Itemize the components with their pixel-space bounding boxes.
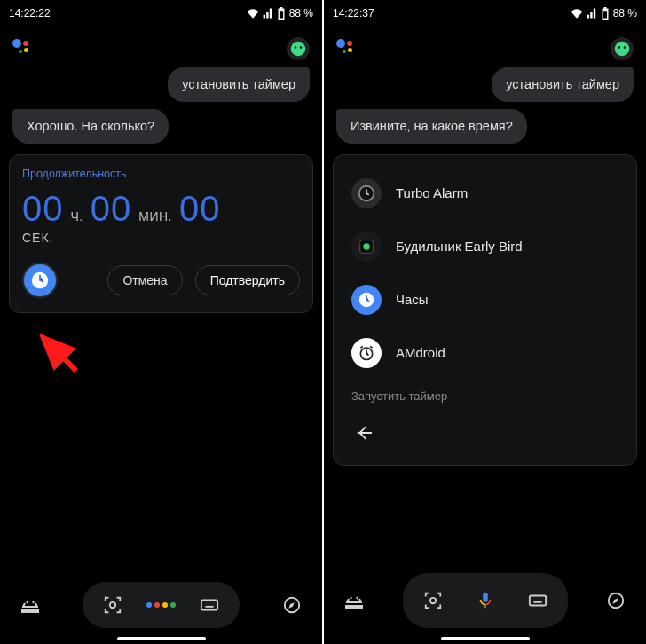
duration-seconds[interactable]: 00 [179,189,221,229]
mic-button[interactable] [467,582,504,619]
app-item-clock[interactable]: Часы [346,274,624,326]
svg-point-16 [429,598,435,603]
app-item-amdroid[interactable]: AMdroid [346,327,624,379]
status-battery-text: 88 % [613,7,637,20]
svg-point-8 [615,42,630,57]
assistant-logo-icon [12,39,32,59]
screen-left: 14:22:22 88 % уст [0,0,322,644]
assistant-message: Извините, на какое время? [336,109,527,144]
wifi-icon [247,8,259,19]
explore-icon[interactable] [602,586,630,615]
duration-hours[interactable]: 00 [22,189,64,229]
assistant-header [0,23,322,64]
status-battery-text: 88 % [289,7,313,20]
assistant-header [324,23,646,64]
svg-point-9 [618,46,620,48]
card-hint: Запустить таймер [351,389,618,403]
signal-icon [263,8,273,19]
app-list: Turbo Alarm Будильник Early Bird Часы [346,168,624,379]
clock-icon [30,271,50,290]
app-picker-card: Turbo Alarm Будильник Early Bird Часы [333,154,637,466]
app-name: Будильник Early Bird [396,239,523,254]
app-icon-clock [351,285,382,315]
explore-icon[interactable] [278,591,306,619]
bottom-dock [324,564,646,644]
assistant-dots-icon[interactable] [146,602,176,608]
clock-app-chip[interactable] [22,263,58,298]
assistant-message: Хорошо. На сколько? [12,109,169,144]
chat-row-user: установить таймер [0,64,322,106]
keyboard-icon[interactable] [195,591,224,619]
annotation-arrow-icon [34,328,87,381]
svg-point-2 [300,46,302,48]
svg-rect-6 [201,601,217,610]
chat-row-assistant: Извините, на какое время? [324,106,646,147]
status-time: 14:22:22 [9,7,51,20]
app-icon-turbo-alarm [351,178,382,208]
app-icon-amdroid [351,338,382,368]
app-item-turbo-alarm[interactable]: Turbo Alarm [346,168,624,219]
status-bar: 14:22:22 88 % [0,0,322,23]
bottom-dock [0,573,322,644]
chat-row-user: установить таймер [324,64,646,106]
chat-row-assistant: Хорошо. На сколько? [0,106,322,147]
discover-icon[interactable] [340,586,368,615]
svg-point-1 [295,46,296,48]
app-name: Turbo Alarm [396,185,468,200]
lens-icon[interactable] [419,586,447,615]
signal-icon [587,8,597,19]
discover-icon[interactable] [16,591,44,619]
back-button[interactable] [351,419,376,447]
duration-hours-unit: Ч. [71,209,83,224]
nav-handle[interactable] [441,637,530,640]
svg-point-0 [291,42,306,57]
svg-point-13 [363,243,369,249]
arrow-left-icon [354,423,374,443]
user-avatar[interactable] [287,37,310,60]
svg-point-5 [110,602,115,608]
battery-icon [277,7,286,20]
svg-point-10 [624,46,626,48]
cancel-button[interactable]: Отмена [107,265,182,295]
battery-icon [601,7,610,20]
user-avatar[interactable] [611,37,634,60]
app-name: AMdroid [396,345,445,360]
confirm-button[interactable]: Подтвердить [195,265,300,295]
assistant-logo-icon [336,39,356,59]
duration-card-label: Продолжительность [22,168,300,180]
user-message: установить таймер [168,67,310,102]
status-bar: 14:22:37 88 % [324,0,646,23]
wifi-icon [571,8,583,19]
svg-rect-17 [529,596,545,606]
duration-card: Продолжительность 00 Ч. 00 МИН. 00 СЕК. … [9,154,313,313]
app-item-early-bird[interactable]: Будильник Early Bird [346,221,624,272]
mic-icon [476,591,495,610]
duration-minutes[interactable]: 00 [91,189,132,229]
app-icon-early-bird [351,232,382,262]
screen-right: 14:22:37 88 % уст [324,0,646,644]
app-name: Часы [396,292,429,307]
duration-minutes-unit: МИН. [138,209,172,224]
duration-editor[interactable]: 00 Ч. 00 МИН. 00 [22,189,300,229]
user-message: установить таймер [492,67,634,102]
nav-handle[interactable] [117,637,206,640]
duration-seconds-unit: СЕК. [22,231,300,245]
lens-icon[interactable] [98,591,127,619]
keyboard-icon[interactable] [524,586,552,615]
svg-line-4 [43,337,76,371]
status-time: 14:22:37 [333,7,374,20]
